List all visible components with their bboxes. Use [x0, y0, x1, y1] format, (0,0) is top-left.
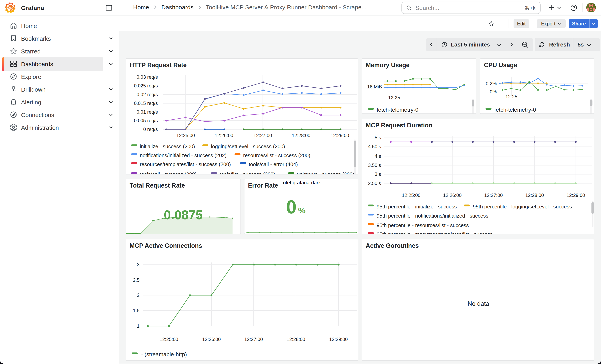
svg-text:12:26:00: 12:26:00: [215, 133, 233, 138]
svg-text:2: 2: [137, 293, 140, 298]
svg-text:95th percentile - initialize -: 95th percentile - initialize - success: [377, 204, 457, 210]
svg-text:%: %: [298, 206, 305, 215]
svg-text:12:29:00: 12:29:00: [331, 133, 349, 138]
svg-text:0.02 req/s: 0.02 req/s: [137, 92, 158, 97]
svg-text:12:28:00: 12:28:00: [292, 133, 310, 138]
svg-text:12:29:00: 12:29:00: [566, 193, 585, 198]
svg-text:12:26:00: 12:26:00: [202, 337, 220, 342]
svg-text:0.01 req/s: 0.01 req/s: [137, 109, 158, 115]
svg-text:4.50 s: 4.50 s: [368, 144, 381, 149]
svg-text:fetch-telemetry-0: fetch-telemetry-0: [377, 107, 418, 113]
svg-text:5 s: 5 s: [375, 135, 381, 140]
svg-text:initialize - success (200): initialize - success (200): [140, 143, 195, 149]
svg-text:4 s: 4 s: [375, 153, 381, 159]
svg-text:12:25:00: 12:25:00: [160, 337, 178, 342]
svg-text:3.50 s: 3.50 s: [368, 163, 381, 168]
svg-text:3 s: 3 s: [375, 171, 381, 177]
svg-text:3: 3: [137, 262, 140, 267]
svg-text:0.015 req/s: 0.015 req/s: [134, 100, 158, 106]
svg-text:16 MiB: 16 MiB: [367, 84, 382, 89]
svg-text:12:29:00: 12:29:00: [329, 337, 348, 342]
svg-text:0%: 0%: [490, 89, 497, 94]
svg-text:0 req/s: 0 req/s: [143, 127, 158, 132]
svg-text:- (streamable-http): - (streamable-http): [141, 351, 187, 357]
svg-text:tools/call - error (404): tools/call - error (404): [249, 161, 298, 167]
svg-text:12:25: 12:25: [505, 94, 517, 99]
svg-text:2.50 s: 2.50 s: [368, 181, 381, 186]
svg-text:0.025 req/s: 0.025 req/s: [134, 83, 158, 89]
svg-text:0.2%: 0.2%: [486, 81, 497, 86]
svg-text:0.005 req/s: 0.005 req/s: [134, 118, 158, 123]
svg-text:logging/setLevel - success (20: logging/setLevel - success (200): [211, 143, 285, 149]
svg-text:resources/templates/list - suc: resources/templates/list - success (200): [140, 161, 231, 167]
svg-text:1.5: 1.5: [133, 308, 140, 313]
svg-text:resources/list - success (200): resources/list - success (200): [243, 152, 310, 158]
svg-text:12:25:00: 12:25:00: [402, 193, 420, 198]
svg-text:95th percentile - notification: 95th percentile - notifications/initiali…: [377, 213, 488, 219]
svg-text:12:28:00: 12:28:00: [525, 193, 544, 198]
svg-text:12:25:00: 12:25:00: [176, 133, 195, 138]
svg-text:12:27:00: 12:27:00: [253, 133, 272, 138]
svg-text:12:27:00: 12:27:00: [484, 193, 503, 198]
svg-text:12:25: 12:25: [388, 95, 400, 100]
svg-text:1: 1: [137, 323, 140, 329]
svg-text:0.0875: 0.0875: [164, 208, 203, 222]
svg-text:notifications/initialized - su: notifications/initialized - success (202…: [140, 152, 226, 158]
svg-text:95th percentile - resources/te: 95th percentile - resources/templates/li…: [377, 231, 493, 234]
svg-text:0.03 req/s: 0.03 req/s: [137, 74, 158, 80]
svg-text:tools/list - success (200): tools/list - success (200): [220, 171, 275, 174]
svg-text:fetch-telemetry-0: fetch-telemetry-0: [494, 107, 536, 113]
svg-text:unknown - success (200): unknown - success (200): [297, 171, 354, 174]
svg-text:12:27:00: 12:27:00: [244, 337, 263, 342]
svg-text:tools/call - success (200): tools/call - success (200): [140, 171, 197, 174]
svg-text:95th percentile - logging/setL: 95th percentile - logging/setLevel - suc…: [473, 204, 572, 210]
svg-text:2.5: 2.5: [133, 277, 140, 283]
svg-text:12:28:00: 12:28:00: [287, 337, 305, 342]
svg-text:12:26:00: 12:26:00: [443, 193, 461, 198]
svg-text:0: 0: [286, 197, 297, 217]
svg-text:95th percentile - resources/li: 95th percentile - resources/list - succe…: [377, 222, 469, 228]
